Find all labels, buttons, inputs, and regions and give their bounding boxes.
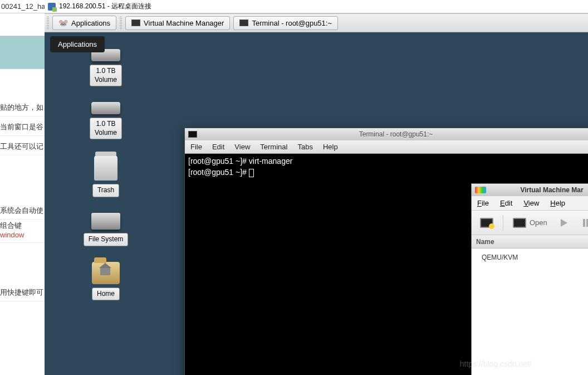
terminal-prompt: [root@gpu51 ~]# <box>188 168 249 177</box>
terminal-line: [root@gpu51 ~]# virt-manager <box>188 157 292 165</box>
vmm-titlebar[interactable]: Virtual Machine Mar <box>472 184 588 196</box>
bg-filename: 00241_12_ha <box>0 0 45 13</box>
vmm-icon <box>475 187 486 193</box>
taskbar: 🐭 Applications Virtual Machine Manager T… <box>45 13 588 32</box>
page-background: 00241_12_ha 贴的地方，如 当前窗口是谷 工具还可以记 系统会自动使 … <box>0 0 45 375</box>
vmm-toolbar: Open <box>472 211 588 235</box>
home-folder-icon <box>92 262 120 284</box>
vmm-connection-list[interactable]: QEMU/KVM <box>472 249 588 375</box>
terminal-taskbar-icon <box>239 20 248 26</box>
open-label: Open <box>530 218 547 227</box>
vmm-taskbar-icon <box>131 20 140 26</box>
trash-icon <box>94 155 117 181</box>
cursor-icon <box>249 169 254 177</box>
desktop-icon-filesystem[interactable]: File System <box>84 213 129 246</box>
taskbar-item-vmm[interactable]: Virtual Machine Manager <box>125 16 230 30</box>
menu-file[interactable]: File <box>477 199 489 207</box>
mouse-icon: 🐭 <box>58 18 68 27</box>
new-vm-button[interactable] <box>476 215 497 231</box>
vmm-window[interactable]: Virtual Machine Mar File Edit View Help … <box>471 183 588 375</box>
vmm-column-header[interactable]: Name <box>472 235 588 249</box>
terminal-body[interactable]: [root@gpu51 ~]# virt-manager [root@gpu51… <box>185 154 588 181</box>
vmm-menubar: File Edit View Help <box>472 196 588 211</box>
menu-view[interactable]: View <box>234 143 250 151</box>
pause-icon <box>582 219 588 227</box>
monitor-icon <box>513 218 526 228</box>
rdp-title-text: 192.168.200.51 - 远程桌面连接 <box>59 2 151 11</box>
desktop[interactable]: 1.0 TB Volume 1.0 TB Volume Trash File S… <box>45 32 588 375</box>
vmm-title-text: Virtual Machine Mar <box>520 186 583 194</box>
terminal-icon <box>188 131 197 138</box>
column-name: Name <box>476 238 494 246</box>
desktop-icon-home[interactable]: Home <box>92 262 120 301</box>
open-button[interactable]: Open <box>509 215 551 231</box>
terminal-menubar: File Edit View Terminal Tabs Help <box>185 140 588 154</box>
toolbar-separator <box>503 215 503 231</box>
disk-icon <box>91 213 120 230</box>
connection-row[interactable]: QEMU/KVM <box>472 252 588 263</box>
terminal-title-text: Terminal - root@gpu51:~ <box>200 130 588 138</box>
applications-menu-button[interactable]: 🐭 Applications <box>52 16 116 30</box>
terminal-titlebar[interactable]: Terminal - root@gpu51:~ ⇱ — ☐ ✕ <box>185 128 588 140</box>
menu-edit[interactable]: Edit <box>212 143 224 151</box>
desktop-icon-trash[interactable]: Trash <box>92 155 119 197</box>
menu-view[interactable]: View <box>523 199 539 207</box>
taskbar-grip[interactable] <box>47 17 49 29</box>
disk-icon <box>91 102 120 114</box>
menu-file[interactable]: File <box>190 143 202 151</box>
play-icon <box>561 219 569 227</box>
menu-terminal[interactable]: Terminal <box>260 143 287 151</box>
new-vm-icon <box>480 218 493 228</box>
menu-help[interactable]: Help <box>550 199 565 207</box>
menu-tabs[interactable]: Tabs <box>297 143 312 151</box>
taskbar-grip[interactable] <box>120 17 122 29</box>
rdp-titlebar: 192.168.200.51 - 远程桌面连接 <box>45 0 588 13</box>
pause-button[interactable] <box>578 216 588 230</box>
desktop-icon-volume-2[interactable]: 1.0 TB Volume <box>90 102 122 139</box>
desktop-icon-volume-1[interactable]: 1.0 TB Volume <box>90 49 122 86</box>
desktop-icon-area: 1.0 TB Volume 1.0 TB Volume Trash File S… <box>56 49 156 300</box>
menu-edit[interactable]: Edit <box>500 199 512 207</box>
rdp-icon <box>48 3 56 11</box>
applications-tooltip: Applications <box>50 36 105 52</box>
menu-help[interactable]: Help <box>323 143 338 151</box>
run-button[interactable] <box>557 216 572 230</box>
applications-label: Applications <box>71 19 110 27</box>
taskbar-item-terminal[interactable]: Terminal - root@gpu51:~ <box>233 16 338 30</box>
